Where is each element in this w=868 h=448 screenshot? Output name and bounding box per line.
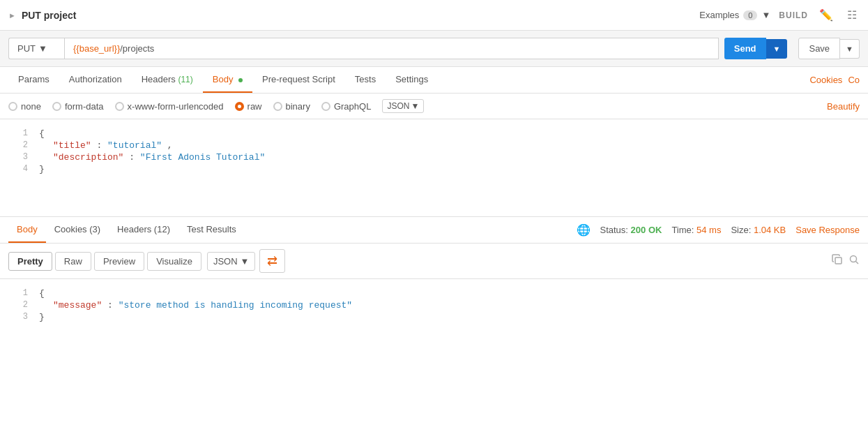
- tabs-right-links: Cookies Co: [809, 75, 860, 85]
- format-pretty-button[interactable]: Pretty: [8, 252, 52, 271]
- save-button[interactable]: Save: [798, 38, 840, 59]
- response-code-line-1: 1 {: [0, 288, 868, 299]
- response-code-content-3: }: [39, 312, 45, 322]
- code-line-2: 2 "title" : "tutorial" ,: [0, 140, 868, 151]
- co-link[interactable]: Co: [848, 75, 860, 85]
- url-path-part: /projects: [120, 43, 154, 54]
- status-value: 200 OK: [631, 225, 662, 235]
- response-format-row: Pretty Raw Preview Visualize JSON ▼ ⇄: [0, 244, 868, 279]
- url-template-part: {{base_url}}: [73, 43, 120, 54]
- response-line-number-3: 3: [8, 312, 28, 322]
- json-format-label: JSON: [387, 101, 409, 111]
- tab-body[interactable]: Body: [203, 67, 252, 93]
- search-button[interactable]: [848, 254, 860, 268]
- json-format-select[interactable]: JSON ▼: [382, 99, 424, 113]
- response-format-select[interactable]: JSON ▼: [207, 252, 256, 271]
- line-number-4: 4: [8, 164, 28, 174]
- code-content-4: }: [39, 164, 45, 174]
- tab-headers[interactable]: Headers (11): [132, 67, 203, 93]
- examples-chevron-icon: ▼: [761, 10, 770, 20]
- code-content-3: "description" : "First Adonis Tutorial": [39, 152, 265, 163]
- option-form-data-label: form-data: [65, 101, 104, 112]
- body-options-row: none form-data x-www-form-urlencoded raw…: [0, 94, 868, 119]
- headers-badge: (11): [178, 75, 192, 84]
- beautify-link[interactable]: Beautify: [827, 101, 860, 112]
- cookies-link[interactable]: Cookies: [809, 75, 842, 85]
- url-bar: PUT ▼ {{base_url}}/projects Send ▼ Save …: [0, 31, 868, 67]
- status-info: Status: 200 OK Time: 54 ms Size: 1.04 KB: [600, 225, 786, 235]
- tab-settings[interactable]: Settings: [386, 67, 438, 93]
- url-input[interactable]: {{base_url}}/projects: [64, 38, 719, 59]
- save-dropdown-button[interactable]: ▼: [840, 39, 860, 59]
- response-tab-body[interactable]: Body: [8, 217, 46, 243]
- response-tab-test-results[interactable]: Test Results: [178, 217, 245, 243]
- option-form-data[interactable]: form-data: [52, 101, 104, 112]
- code-line-4: 4 }: [0, 163, 868, 175]
- response-code-content-1: {: [39, 288, 45, 299]
- header-right: Examples 0 ▼ BUILD ✏️ ☷: [699, 6, 860, 24]
- code-line-3: 3 "description" : "First Adonis Tutorial…: [0, 151, 868, 163]
- size-label: Size: 1.04 KB: [731, 225, 786, 235]
- globe-icon: 🌐: [577, 223, 591, 237]
- format-raw-button[interactable]: Raw: [55, 252, 91, 271]
- header-bar: ► PUT project Examples 0 ▼ BUILD ✏️ ☷: [0, 0, 868, 31]
- status-label: Status: 200 OK: [600, 225, 662, 235]
- examples-button[interactable]: Examples 0 ▼: [699, 10, 770, 20]
- radio-binary-icon: [273, 102, 282, 111]
- save-response-link[interactable]: Save Response: [795, 225, 860, 235]
- response-format-label: JSON: [213, 256, 238, 267]
- tab-tests[interactable]: Tests: [345, 67, 386, 93]
- request-body-editor[interactable]: 1 { 2 "title" : "tutorial" , 3 "descript…: [0, 119, 868, 217]
- send-button-group: Send ▼: [724, 38, 788, 59]
- method-label: PUT: [17, 43, 36, 54]
- code-content-1: {: [39, 128, 45, 139]
- response-tab-cookies[interactable]: Cookies (3): [46, 217, 109, 243]
- examples-badge: 0: [743, 10, 757, 20]
- option-none[interactable]: none: [8, 101, 41, 112]
- response-code-content-2: "message" : "store method is handling in…: [39, 300, 352, 311]
- expand-icon[interactable]: ►: [8, 11, 16, 20]
- response-tab-headers[interactable]: Headers (12): [109, 217, 178, 243]
- tab-pre-request-script[interactable]: Pre-request Script: [252, 67, 345, 93]
- option-urlencoded-label: x-www-form-urlencoded: [128, 101, 224, 112]
- size-value: 1.04 KB: [754, 225, 786, 235]
- response-right-icons: [832, 254, 860, 268]
- method-select[interactable]: PUT ▼: [8, 38, 64, 59]
- document-icon[interactable]: ☷: [844, 6, 860, 24]
- svg-rect-0: [835, 257, 842, 264]
- code-line-1: 1 {: [0, 128, 868, 140]
- tab-params[interactable]: Params: [8, 67, 59, 93]
- tab-authorization[interactable]: Authorization: [59, 67, 132, 93]
- option-binary-label: binary: [286, 101, 310, 112]
- response-code-line-2: 2 "message" : "store method is handling …: [0, 299, 868, 311]
- build-button[interactable]: BUILD: [779, 10, 808, 20]
- radio-none-icon: [8, 102, 17, 111]
- json-format-chevron-icon: ▼: [411, 101, 419, 111]
- radio-graphql-icon: [321, 102, 330, 111]
- format-visualize-button[interactable]: Visualize: [147, 252, 201, 271]
- copy-button[interactable]: [832, 254, 843, 268]
- format-preview-button[interactable]: Preview: [94, 252, 144, 271]
- request-name: PUT project: [22, 10, 77, 21]
- radio-urlencoded-icon: [115, 102, 124, 111]
- radio-form-data-icon: [52, 102, 61, 111]
- option-binary[interactable]: binary: [273, 101, 310, 112]
- save-button-group: Save ▼: [793, 38, 860, 59]
- option-urlencoded[interactable]: x-www-form-urlencoded: [115, 101, 224, 112]
- line-number-3: 3: [8, 152, 28, 162]
- response-tabs-row: Body Cookies (3) Headers (12) Test Resul…: [0, 217, 868, 244]
- send-dropdown-button[interactable]: ▼: [766, 39, 788, 59]
- send-button[interactable]: Send: [724, 38, 766, 59]
- response-line-number-1: 1: [8, 288, 28, 298]
- edit-icon[interactable]: ✏️: [816, 6, 836, 24]
- wrap-button[interactable]: ⇄: [259, 249, 285, 273]
- option-none-label: none: [21, 101, 41, 112]
- response-line-number-2: 2: [8, 300, 28, 310]
- time-label: Time: 54 ms: [671, 225, 721, 235]
- option-graphql[interactable]: GraphQL: [321, 101, 371, 112]
- body-dot-indicator: [238, 78, 243, 82]
- time-value: 54 ms: [696, 225, 721, 235]
- option-graphql-label: GraphQL: [334, 101, 371, 112]
- option-raw[interactable]: raw: [235, 101, 262, 112]
- request-tabs-row: Params Authorization Headers (11) Body P…: [0, 67, 868, 94]
